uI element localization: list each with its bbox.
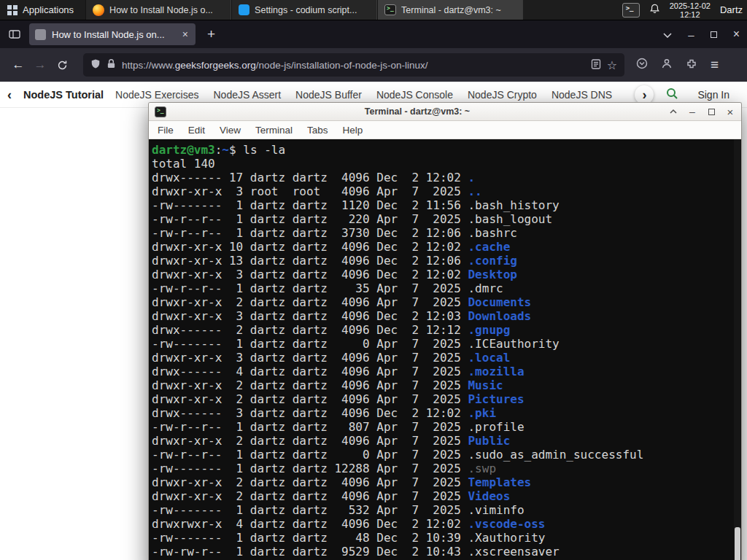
nav-link[interactable]: NodeJS Console [376, 89, 453, 101]
taskbar-button-label: Settings - codium script... [255, 5, 357, 15]
tab-favicon [35, 29, 46, 40]
top-panel: Applications How to Install Node.js o...… [0, 0, 747, 20]
taskbar-button-codium[interactable]: Settings - codium script... [231, 0, 377, 20]
codium-icon [239, 4, 249, 15]
url-text: https://www.geeksforgeeks.org/node-js/in… [122, 60, 585, 71]
terminal-body[interactable]: dartz@vm3:~$ ls -latotal 140drwx------ 1… [149, 139, 741, 560]
terminal-line: drwx------ 4 dartz dartz 4096 Apr 7 2025… [152, 365, 741, 378]
back-button[interactable]: ← [7, 54, 29, 76]
sign-in-button[interactable]: Sign In [697, 89, 729, 101]
bookmark-star-icon[interactable]: ☆ [607, 58, 617, 72]
tracking-shield-icon[interactable] [90, 58, 101, 71]
nav-scroll-left-icon[interactable]: ‹ [7, 88, 12, 101]
terminal-titlebar[interactable]: Terminal - dartz@vm3: ~ – × [149, 103, 741, 121]
menu-terminal[interactable]: Terminal [248, 125, 300, 136]
nav-link[interactable]: NodeJS Exercises [115, 89, 198, 101]
desktop: Applications How to Install Node.js o...… [0, 0, 747, 560]
terminal-line: -rw------- 1 dartz dartz 1120 Dec 2 11:5… [152, 198, 741, 212]
new-tab-button[interactable]: + [207, 26, 215, 42]
taskbar: How to Install Node.js o...Settings - co… [85, 0, 523, 20]
panel-user: Dartz [720, 4, 743, 15]
list-tabs-chevron-icon[interactable] [663, 28, 672, 41]
terminal-line: -rw------- 1 dartz dartz 48 Dec 2 10:39 … [152, 531, 741, 545]
menu-help[interactable]: Help [336, 125, 371, 136]
terminal-minimize-button[interactable]: – [687, 106, 697, 117]
minimize-button[interactable]: – [688, 28, 694, 41]
reload-button[interactable] [51, 54, 73, 76]
firefox-icon [93, 4, 104, 16]
taskbar-button-firefox[interactable]: How to Install Node.js o... [85, 0, 231, 20]
firefox-view-icon[interactable] [9, 28, 20, 40]
account-icon[interactable] [661, 58, 673, 72]
menu-icon[interactable]: ≡ [711, 57, 719, 73]
menu-edit[interactable]: Edit [181, 125, 212, 136]
applications-menu-button[interactable]: Applications [0, 0, 81, 20]
terminal-line: -rw------- 1 dartz dartz 12288 Apr 7 202… [152, 462, 741, 475]
close-button[interactable]: × [733, 28, 740, 41]
terminal-line: drwxr-xr-x 3 dartz dartz 4096 Dec 2 12:0… [152, 268, 741, 281]
nav-scroll-right-button[interactable]: › [635, 85, 654, 104]
applications-icon [7, 5, 18, 15]
terminal-maximize-icon [708, 109, 715, 115]
clock-time: 12:12 [680, 10, 700, 19]
applications-label: Applications [23, 4, 74, 15]
lock-icon[interactable] [107, 58, 116, 71]
terminal-line: drwxr-xr-x 2 dartz dartz 4096 Apr 7 2025… [152, 392, 741, 406]
taskbar-button-label: How to Install Node.js o... [109, 5, 213, 15]
terminal-line: -rw-r--r-- 1 dartz dartz 0 Apr 7 2025 .s… [152, 448, 741, 462]
extensions-icon[interactable] [686, 58, 697, 72]
terminal-line: total 140 [152, 157, 741, 171]
nav-link[interactable]: NodeJS Crypto [468, 89, 537, 101]
taskbar-button-label: Terminal - dartz@vm3: ~ [401, 5, 501, 15]
terminal-line: -rw-rw-r-- 1 dartz dartz 9529 Dec 2 10:4… [152, 545, 741, 559]
terminal-app-icon [155, 106, 166, 117]
url-bar[interactable]: https://www.geeksforgeeks.org/node-js/in… [83, 53, 624, 77]
terminal-maximize-button[interactable] [706, 109, 716, 115]
forward-button[interactable]: → [29, 54, 51, 76]
shade-window-icon[interactable] [668, 109, 678, 114]
nav-link[interactable]: NodeJS Assert [214, 89, 282, 101]
terminal-menubar: FileEditViewTerminalTabsHelp [149, 121, 741, 139]
terminal-line: dartz@vm3:~$ ls -la [152, 143, 741, 157]
menu-file[interactable]: File [150, 125, 181, 136]
nav-link[interactable]: NodeJS Buffer [295, 89, 362, 101]
terminal-line: drwx------ 3 dartz dartz 4096 Dec 2 12:0… [152, 406, 741, 420]
clock-date: 2025-12-02 [670, 1, 711, 10]
terminal-close-button[interactable]: × [725, 106, 735, 118]
tab-strip: How to Install Node.js on... × + – × [0, 20, 747, 48]
tray-terminal-icon[interactable] [622, 3, 640, 18]
terminal-window-buttons: – × [668, 106, 735, 118]
tab-close-icon[interactable]: × [181, 28, 190, 40]
terminal-line: drwx------ 2 dartz dartz 4096 Dec 2 12:1… [152, 323, 741, 337]
terminal-line: drwxr-xr-x 2 dartz dartz 4096 Apr 7 2025… [152, 434, 741, 448]
terminal-line: -rw-r--r-- 1 dartz dartz 35 Apr 7 2025 .… [152, 281, 741, 295]
pocket-icon[interactable] [636, 58, 648, 72]
maximize-button[interactable] [711, 28, 717, 41]
search-icon[interactable] [665, 87, 678, 102]
nav-scroll-right-icon: › [642, 88, 646, 101]
terminal-title: Terminal - dartz@vm3: ~ [172, 106, 662, 117]
nav-link[interactable]: NodeJS DNS [551, 89, 612, 101]
nav-link-primary[interactable]: NodeJS Tutorial [23, 89, 104, 101]
notifications-bell-icon[interactable] [649, 3, 660, 17]
menu-tabs[interactable]: Tabs [300, 125, 336, 136]
maximize-icon [711, 31, 717, 38]
terminal-line: drwxr-xr-x 3 dartz dartz 4096 Apr 7 2025… [152, 351, 741, 365]
terminal-line: drwxr-xr-x 2 dartz dartz 4096 Apr 7 2025… [152, 475, 741, 489]
clock[interactable]: 2025-12-02 12:12 [670, 1, 711, 19]
terminal-line: drwxrwxr-x 4 dartz dartz 4096 Dec 2 12:0… [152, 517, 741, 531]
terminal-line: -rw-r--r-- 1 dartz dartz 807 Apr 7 2025 … [152, 420, 741, 434]
terminal-scrollbar-thumb[interactable] [735, 527, 740, 560]
window-controls: – × [663, 28, 740, 41]
terminal-line: drwxr-xr-x 2 dartz dartz 4096 Apr 7 2025… [152, 378, 741, 392]
terminal-line: -rw------- 1 dartz dartz 0 Apr 7 2025 .I… [152, 337, 741, 351]
menu-view[interactable]: View [212, 125, 248, 136]
reader-view-icon[interactable] [591, 59, 601, 71]
terminal-line: drwxr-xr-x 3 root root 4096 Apr 7 2025 .… [152, 184, 741, 198]
taskbar-button-terminal[interactable]: Terminal - dartz@vm3: ~ [377, 0, 523, 20]
terminal-scrollbar[interactable] [734, 139, 741, 560]
browser-tab[interactable]: How to Install Node.js on... × [29, 23, 196, 45]
terminal-line: drwxr-xr-x 10 dartz dartz 4096 Dec 2 12:… [152, 240, 741, 254]
terminal-line: drwx------ 17 dartz dartz 4096 Dec 2 12:… [152, 171, 741, 184]
url-domain: geeksforgeeks.org [175, 60, 256, 71]
